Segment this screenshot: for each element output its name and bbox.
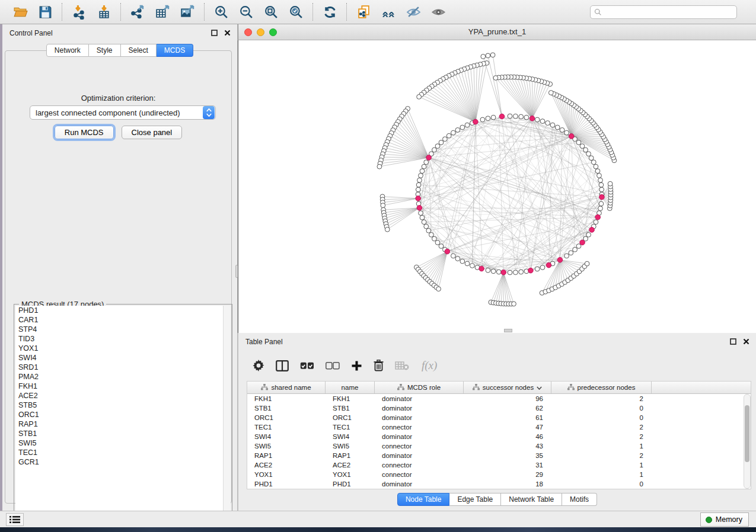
graph-node[interactable] — [436, 287, 441, 291]
graph-node[interactable] — [560, 128, 564, 133]
column-header-predecessor-nodes[interactable]: predecessor nodes — [551, 382, 652, 393]
graph-node[interactable] — [580, 144, 585, 149]
export-table-button[interactable] — [152, 2, 173, 21]
graph-node[interactable] — [429, 232, 434, 237]
graph-edge[interactable] — [476, 63, 487, 121]
mcds-result-item[interactable]: PMA2 — [15, 372, 231, 382]
graph-node[interactable] — [546, 262, 551, 268]
mcds-result-item[interactable]: SWI5 — [15, 438, 231, 448]
mcds-result-item[interactable]: CAR1 — [15, 315, 231, 325]
graph-node[interactable] — [508, 270, 512, 275]
graph-node[interactable] — [451, 130, 456, 135]
graph-node[interactable] — [594, 164, 598, 169]
graph-edge[interactable] — [505, 77, 532, 118]
graph-node[interactable] — [569, 134, 574, 139]
graph-node[interactable] — [576, 244, 581, 249]
graph-node[interactable] — [569, 251, 573, 255]
graph-node[interactable] — [422, 164, 426, 169]
table-scrollbar[interactable] — [744, 394, 751, 489]
graph-node[interactable] — [576, 140, 581, 145]
column-header-MCDS-role[interactable]: MCDS role — [375, 382, 464, 393]
graph-node[interactable] — [608, 181, 613, 186]
graph-node[interactable] — [439, 140, 444, 145]
graph-node[interactable] — [419, 174, 423, 178]
graph-edge[interactable] — [387, 208, 419, 227]
graph-node[interactable] — [465, 123, 470, 127]
table-row[interactable]: YOX1YOX1connector291 — [247, 470, 751, 479]
network-canvas[interactable] — [238, 40, 756, 333]
graph-node[interactable] — [385, 227, 390, 232]
graph-node[interactable] — [420, 215, 425, 220]
graph-node[interactable] — [486, 268, 490, 273]
graph-edge[interactable] — [572, 118, 589, 136]
table-row[interactable]: TEC1TEC1connector472 — [247, 422, 751, 432]
graph-node[interactable] — [540, 119, 545, 124]
graph-node[interactable] — [460, 259, 465, 264]
open-file-button[interactable] — [10, 2, 30, 21]
new-network-from-selection-button[interactable] — [353, 2, 374, 21]
mcds-result-scrollbar[interactable] — [223, 306, 231, 522]
graph-node[interactable] — [519, 114, 524, 119]
graph-node[interactable] — [426, 155, 432, 161]
table-row[interactable]: RAP1RAP1dominator352 — [247, 451, 751, 460]
graph-edge[interactable] — [483, 56, 502, 116]
graph-node[interactable] — [416, 196, 421, 201]
mcds-result-item[interactable]: SRD1 — [15, 363, 231, 372]
graph-node[interactable] — [422, 220, 426, 225]
float-panel-icon[interactable] — [729, 338, 737, 345]
graph-node[interactable] — [528, 268, 534, 273]
mcds-result-item[interactable]: RAP1 — [15, 419, 231, 429]
mcds-result-item[interactable]: TID3 — [15, 334, 231, 344]
graph-edge[interactable] — [385, 208, 420, 221]
mcds-result-item[interactable]: YOX1 — [15, 344, 231, 353]
graph-node[interactable] — [573, 247, 578, 252]
close-panel-button[interactable]: Close panel — [122, 126, 183, 139]
zoom-fit-button[interactable] — [261, 2, 281, 21]
table-row[interactable]: ORC1ORC1dominator610 — [247, 413, 751, 422]
graph-node[interactable] — [599, 187, 604, 192]
table-row[interactable]: PHD1PHD1dominator180 — [247, 479, 751, 489]
mcds-result-item[interactable]: TEC1 — [15, 448, 231, 457]
graph-node[interactable] — [597, 174, 602, 178]
table-row[interactable]: SWI5SWI5connector431 — [247, 441, 751, 451]
table-row[interactable]: SWI4SWI4dominator462 — [247, 432, 751, 441]
graph-node[interactable] — [529, 116, 535, 121]
graph-edge[interactable] — [429, 197, 602, 231]
graph-edge[interactable] — [420, 209, 598, 217]
graph-edge[interactable] — [488, 246, 579, 271]
optimization-criterion-select[interactable]: largest connected component (undirected) — [30, 105, 216, 120]
graph-node[interactable] — [586, 232, 591, 237]
graph-node[interactable] — [486, 116, 490, 121]
graph-node[interactable] — [496, 270, 501, 274]
graph-edge[interactable] — [422, 217, 458, 258]
graph-node[interactable] — [416, 182, 421, 187]
graph-node[interactable] — [490, 53, 495, 57]
graph-node[interactable] — [501, 270, 506, 275]
close-panel-icon[interactable] — [742, 338, 750, 345]
graph-edge[interactable] — [424, 92, 476, 122]
column-header-successor-nodes[interactable]: successor nodes — [464, 382, 551, 393]
graph-node[interactable] — [446, 133, 451, 138]
graph-edge[interactable] — [445, 139, 566, 256]
graph-node[interactable] — [591, 160, 596, 165]
network-splitter-grip[interactable] — [504, 329, 512, 332]
mcds-result-item[interactable]: STP4 — [15, 325, 231, 334]
mcds-result-item[interactable]: SWI4 — [15, 353, 231, 363]
mcds-result-list[interactable]: PHD1CAR1STP4TID3YOX1SWI4SRD1PMA2FKH1ACE2… — [15, 306, 231, 522]
table-row[interactable]: FKH1FKH1dominator962 — [247, 394, 751, 403]
import-table-button[interactable] — [94, 2, 114, 21]
graph-edge[interactable] — [515, 136, 571, 273]
search-box[interactable] — [590, 5, 737, 19]
graph-node[interactable] — [479, 266, 484, 271]
show-column-panel-button[interactable] — [276, 357, 289, 374]
zoom-in-button[interactable] — [211, 2, 231, 21]
graph-edge[interactable] — [510, 116, 589, 235]
graph-node[interactable] — [455, 128, 460, 133]
task-history-button[interactable] — [6, 513, 24, 526]
graph-node[interactable] — [491, 269, 496, 274]
graph-node[interactable] — [599, 182, 604, 187]
graph-edge[interactable] — [488, 56, 502, 117]
graph-node[interactable] — [416, 187, 420, 192]
graph-node[interactable] — [585, 261, 589, 266]
graph-node[interactable] — [583, 148, 588, 152]
